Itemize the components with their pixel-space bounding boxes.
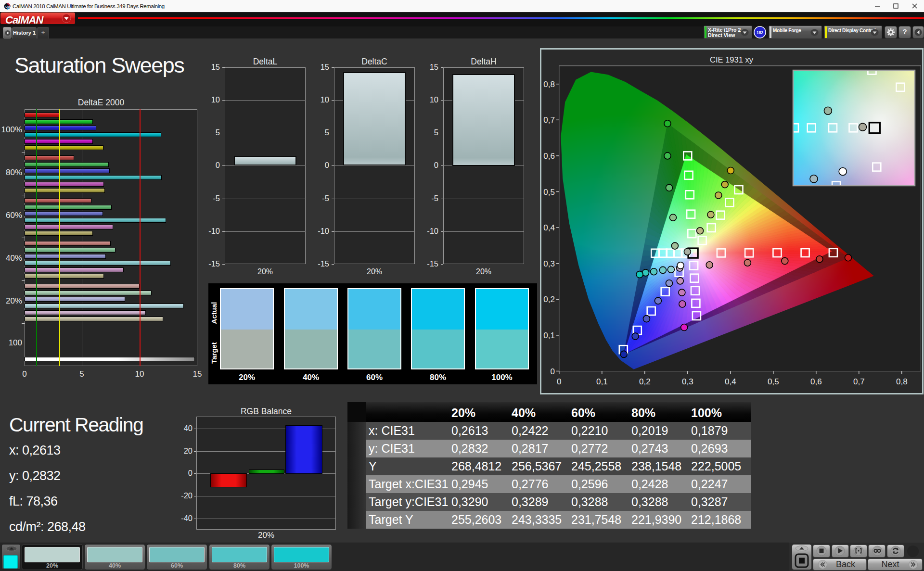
svg-text:0: 0 bbox=[551, 367, 555, 376]
svg-text:0,8: 0,8 bbox=[896, 377, 908, 386]
svg-text:0,2: 0,2 bbox=[639, 377, 651, 386]
svg-text:0,5: 0,5 bbox=[543, 188, 555, 197]
svg-text:0,4: 0,4 bbox=[725, 377, 736, 386]
svg-text:0,7: 0,7 bbox=[853, 377, 865, 386]
svg-text:0,6: 0,6 bbox=[543, 152, 555, 161]
svg-text:0,7: 0,7 bbox=[543, 115, 555, 125]
svg-text:0,5: 0,5 bbox=[768, 377, 779, 386]
svg-text:0,1: 0,1 bbox=[596, 377, 608, 386]
svg-text:0,3: 0,3 bbox=[682, 377, 693, 386]
svg-text:0,3: 0,3 bbox=[543, 259, 555, 268]
svg-text:0,1: 0,1 bbox=[543, 331, 555, 340]
svg-text:0,6: 0,6 bbox=[810, 377, 822, 386]
svg-text:0,2: 0,2 bbox=[543, 295, 555, 304]
svg-text:0: 0 bbox=[557, 377, 561, 386]
svg-text:CIE 1931 xy: CIE 1931 xy bbox=[710, 55, 754, 64]
svg-text:CM: CM bbox=[5, 5, 10, 8]
svg-text:0,4: 0,4 bbox=[543, 223, 555, 232]
svg-text:182: 182 bbox=[757, 30, 763, 35]
svg-text:0,8: 0,8 bbox=[543, 80, 555, 89]
